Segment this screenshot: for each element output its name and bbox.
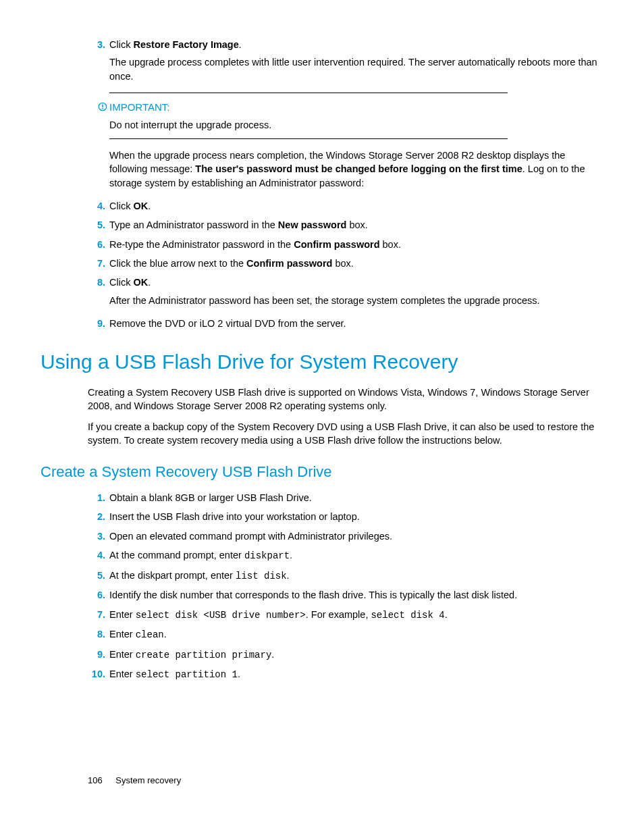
list-item: 8.Click OK.After the Administrator passw…: [88, 276, 603, 311]
important-heading: IMPORTANT:: [97, 100, 508, 114]
sub-paragraph: After the Administrator password has bee…: [109, 294, 603, 307]
list-text: Click Restore Factory Image.The upgrade …: [109, 38, 603, 194]
heading-1: Using a USB Flash Drive for System Recov…: [41, 348, 603, 376]
list-number: 5.: [88, 569, 105, 583]
svg-rect-2: [102, 108, 103, 109]
list-number: 3.: [88, 38, 105, 194]
list-item: 3.Open an elevated command prompt with A…: [88, 529, 603, 543]
list-item: 3.Click Restore Factory Image.The upgrad…: [88, 38, 603, 194]
list-text: Enter create partition primary.: [109, 648, 603, 662]
list-text: Re-type the Administrator password in th…: [109, 238, 603, 251]
list-number: 8.: [88, 276, 105, 311]
list-item: 5.Type an Administrator password in the …: [88, 218, 603, 232]
list-text: Enter select disk <USB drive number>. Fo…: [109, 608, 603, 623]
list-item: 5.At the diskpart prompt, enter list dis…: [88, 569, 603, 583]
list-number: 8.: [88, 627, 105, 642]
ordered-list-2: 1.Obtain a blank 8GB or larger USB Flash…: [88, 491, 603, 682]
body-paragraph: Creating a System Recovery USB Flash dri…: [88, 386, 603, 413]
important-label: IMPORTANT:: [109, 100, 169, 114]
list-text: Click OK.: [109, 199, 603, 213]
list-text: Enter select partition 1.: [109, 667, 603, 682]
list-text: Insert the USB Flash drive into your wor…: [109, 510, 603, 523]
list-item: 4.At the command prompt, enter diskpart.: [88, 548, 603, 563]
list-number: 10.: [88, 667, 105, 682]
list-number: 9.: [88, 317, 105, 330]
list-text: Enter clean.: [109, 627, 603, 642]
list-number: 6.: [88, 588, 105, 602]
list-item: 9.Remove the DVD or iLO 2 virtual DVD fr…: [88, 317, 603, 330]
important-callout: IMPORTANT:Do not interrupt the upgrade p…: [109, 93, 508, 139]
list-number: 3.: [88, 529, 105, 543]
page-footer: 106 System recovery: [88, 775, 181, 787]
important-text: Do not interrupt the upgrade process.: [109, 118, 508, 132]
list-text: Obtain a blank 8GB or larger USB Flash D…: [109, 491, 603, 504]
list-item: 4.Click OK.: [88, 199, 603, 213]
list-text: At the diskpart prompt, enter list disk.: [109, 569, 603, 583]
list-number: 1.: [88, 491, 105, 504]
page-number: 106: [88, 775, 103, 785]
list-item: 6.Identify the disk number that correspo…: [88, 588, 603, 602]
list-text: At the command prompt, enter diskpart.: [109, 548, 603, 563]
list-number: 7.: [88, 257, 105, 270]
list-number: 4.: [88, 548, 105, 563]
list-item: 10.Enter select partition 1.: [88, 667, 603, 682]
list-text: Click OK.After the Administrator passwor…: [109, 276, 603, 311]
list-number: 2.: [88, 510, 105, 523]
heading-2: Create a System Recovery USB Flash Drive: [41, 462, 603, 483]
body-paragraph: If you create a backup copy of the Syste…: [88, 420, 603, 448]
list-text: Open an elevated command prompt with Adm…: [109, 529, 603, 543]
list-number: 6.: [88, 238, 105, 251]
page-content: 3.Click Restore Factory Image.The upgrad…: [0, 0, 644, 682]
list-number: 7.: [88, 608, 105, 623]
ordered-list-1: 3.Click Restore Factory Image.The upgrad…: [88, 38, 603, 330]
list-item: 1.Obtain a blank 8GB or larger USB Flash…: [88, 491, 603, 504]
svg-rect-1: [102, 105, 103, 107]
list-text: Remove the DVD or iLO 2 virtual DVD from…: [109, 317, 603, 330]
sub-paragraph: When the upgrade process nears completio…: [109, 149, 603, 190]
list-item: 2.Insert the USB Flash drive into your w…: [88, 510, 603, 523]
list-number: 4.: [88, 199, 105, 213]
list-item: 7.Enter select disk <USB drive number>. …: [88, 608, 603, 623]
list-item: 7.Click the blue arrow next to the Confi…: [88, 257, 603, 270]
list-item: 6.Re-type the Administrator password in …: [88, 238, 603, 251]
list-item: 9.Enter create partition primary.: [88, 648, 603, 662]
list-item: 8.Enter clean.: [88, 627, 603, 642]
list-text: Identify the disk number that correspond…: [109, 588, 603, 602]
footer-title: System recovery: [115, 775, 181, 785]
alert-icon: [97, 102, 107, 112]
sub-paragraph: The upgrade process completes with littl…: [109, 55, 603, 83]
list-text: Type an Administrator password in the Ne…: [109, 218, 603, 232]
list-number: 5.: [88, 218, 105, 232]
list-text: Click the blue arrow next to the Confirm…: [109, 257, 603, 270]
list-number: 9.: [88, 648, 105, 662]
